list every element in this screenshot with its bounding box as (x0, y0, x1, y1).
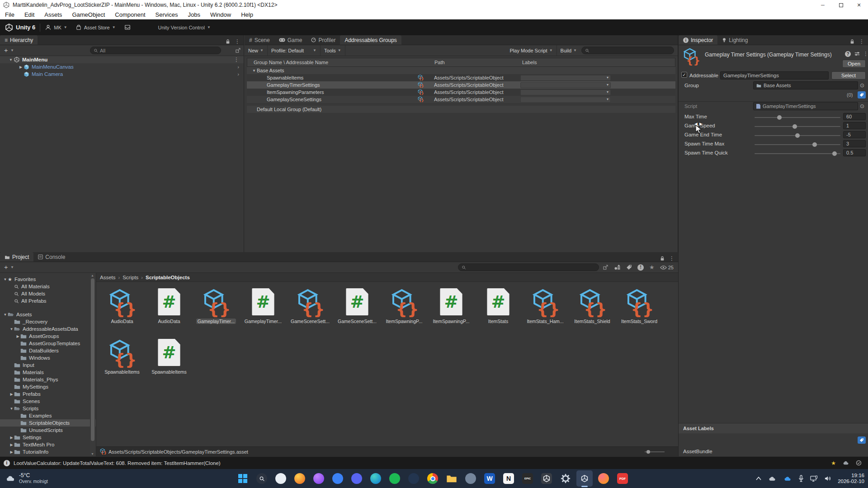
popout-icon[interactable] (603, 264, 609, 270)
tree-item-materials_phys[interactable]: Materials_Phys (0, 376, 96, 383)
asset-item[interactable]: # AudioData (146, 287, 193, 338)
menu-component[interactable]: Component (110, 10, 150, 19)
tree-item-addressableassetsdata[interactable]: ▼ AddressableAssetsData (0, 325, 96, 333)
taskbar-app-chrome[interactable] (425, 470, 441, 487)
hierarchy-row[interactable]: Main Camera› (0, 70, 244, 78)
property-value-field[interactable]: 0.5 (843, 149, 866, 156)
taskbar-app-mail-app[interactable] (330, 470, 346, 487)
property-value-field[interactable]: -5 (843, 131, 866, 138)
addressables-search[interactable] (581, 47, 674, 54)
close-button[interactable]: ✕ (850, 0, 868, 10)
taskbar-app-start[interactable] (235, 470, 251, 487)
onedrive-blue-icon[interactable] (783, 476, 792, 482)
menu-help[interactable]: Help (236, 10, 258, 19)
tree-item-textmesh pro[interactable]: ▶ TextMesh Pro (0, 441, 96, 448)
add-dropdown[interactable]: ▼ (10, 265, 14, 269)
bake-status-icon[interactable]: ★ (831, 460, 836, 466)
taskbar-app-epic-games[interactable]: EPIC (519, 470, 536, 487)
tree-item-unusedscripts[interactable]: UnusedScripts (0, 427, 96, 434)
tree-item-databuilders[interactable]: DataBuilders (0, 347, 96, 354)
asset-item[interactable]: {} GameSceneSett... (287, 287, 334, 338)
labels-dropdown[interactable] (520, 97, 611, 103)
breadcrumb-scriptableobjects[interactable]: ScriptableObjects (146, 275, 190, 280)
clock[interactable]: 19:16 2026-02-10 (838, 473, 864, 484)
account-menu[interactable]: MK▼ (45, 24, 67, 31)
component-menu-icon[interactable]: ⋮ (863, 51, 868, 57)
tree-item-tutorialinfo[interactable]: ▶ TutorialInfo (0, 448, 96, 455)
tree-item-assets[interactable]: ▼ Assets (0, 311, 96, 318)
taskbar-app-steam[interactable] (406, 470, 422, 487)
tree-scrollbar[interactable]: ▲ ▼ (90, 273, 95, 456)
property-slider[interactable] (755, 126, 840, 127)
lock-icon[interactable] (226, 39, 230, 44)
asset-item[interactable]: # ItemStats (475, 287, 522, 338)
help-icon[interactable]: ? (845, 51, 851, 57)
addressables-entry-row[interactable]: SpawnableItems {} Assets/Scripts/Scripta… (247, 74, 675, 81)
asset-item[interactable]: {} ItemSpawningP... (381, 287, 428, 338)
speaker-icon[interactable] (824, 475, 831, 482)
maximize-button[interactable] (832, 0, 850, 10)
panel-menu-icon[interactable]: ⋮ (235, 38, 240, 45)
taskbar-app-music-app[interactable] (311, 470, 327, 487)
select-button[interactable]: Select (831, 71, 866, 80)
tree-item-examples[interactable]: Examples (0, 412, 96, 419)
asset-item[interactable]: # SpawnableItems (146, 338, 193, 389)
tree-item-all prefabs[interactable]: All Prefabs (0, 297, 96, 305)
labels-tag-icon[interactable] (858, 91, 866, 99)
tab-inspector[interactable]: i Inspector (679, 35, 717, 45)
add-button[interactable]: ＋ (3, 263, 9, 272)
asset-store-menu[interactable]: Asset Store▼ (75, 24, 116, 31)
asset-item[interactable]: {} ItemStats_Shield (569, 287, 616, 338)
tree-item-assetgrouptemplates[interactable]: AssetGroupTemplates (0, 340, 96, 347)
menu-assets[interactable]: Assets (39, 10, 67, 19)
lock-icon[interactable] (660, 256, 665, 261)
addressables-group-row[interactable]: Default Local Group (Default) (247, 106, 675, 113)
object-picker-icon[interactable]: ⊙ (860, 82, 864, 89)
asset-item[interactable]: # ItemSpawningP... (428, 287, 475, 338)
build-menu[interactable]: Build▼ (557, 45, 580, 56)
icon-size-slider[interactable] (645, 451, 665, 452)
property-value-field[interactable]: 60 (843, 113, 866, 120)
menu-window[interactable]: Window (205, 10, 236, 19)
taskbar-app-notion[interactable]: N (500, 470, 517, 487)
addressable-name-field[interactable] (720, 71, 829, 80)
tree-item-settings[interactable]: ▶ Settings (0, 434, 96, 441)
taskbar-app-app-gray[interactable] (462, 470, 479, 487)
property-value-field[interactable]: 3 (843, 140, 866, 147)
type-filter-icon[interactable] (614, 264, 621, 270)
minimize-button[interactable]: ─ (814, 0, 832, 10)
tab-addressables-groups[interactable]: Addressables Groups (340, 35, 401, 45)
scene-menu-icon[interactable]: ⋮ (234, 56, 239, 63)
group-field[interactable]: Base Assets (753, 81, 858, 89)
taskbar-app-word[interactable]: W (481, 470, 498, 487)
taskbar-app-search[interactable] (254, 470, 270, 487)
hidden-count-icon[interactable]: ! (637, 264, 644, 271)
taskbar-app-settings[interactable] (557, 470, 574, 487)
weather-widget[interactable]: -5°C Overv. molnigt (5, 473, 48, 484)
profile-menu[interactable]: Profile: Default▼ (268, 45, 321, 56)
menu-edit[interactable]: Edit (19, 10, 39, 19)
new-menu[interactable]: New▼ (245, 45, 268, 56)
property-slider[interactable] (755, 117, 840, 118)
tree-item-_recovery[interactable]: _Recovery (0, 318, 96, 325)
addressables-entry-row[interactable]: GameplayTimerSettings {} Assets/Scripts/… (247, 81, 675, 89)
panel-menu-icon[interactable]: ⋮ (669, 255, 675, 262)
tab-game[interactable]: Game (274, 35, 307, 45)
property-slider[interactable] (755, 153, 840, 154)
addressables-entry-row[interactable]: GameplaySceneSettings {} Assets/Scripts/… (247, 96, 675, 103)
property-value-field[interactable]: 1 (843, 122, 866, 129)
property-slider[interactable] (755, 135, 840, 136)
property-slider[interactable] (755, 144, 840, 145)
tab-lighting[interactable]: Lighting (717, 35, 752, 45)
panel-menu-icon[interactable]: ⋮ (859, 38, 864, 45)
cloud-status-icon[interactable] (842, 460, 849, 465)
hierarchy-row[interactable]: ▶ MainMenuCanvas› (0, 63, 244, 70)
menu-file[interactable]: File (0, 10, 19, 19)
taskbar-app-file-explorer[interactable] (443, 470, 460, 487)
tree-item-scriptableobjects[interactable]: ScriptableObjects (0, 419, 96, 427)
tree-item-assetgroups[interactable]: ▶ AssetGroups (0, 333, 96, 340)
add-dropdown[interactable]: ▼ (10, 48, 14, 52)
lock-icon[interactable] (850, 39, 854, 44)
hierarchy-row[interactable]: ▼ MainMenu⋮ (0, 56, 244, 63)
tab-hierarchy[interactable]: ≡ Hierarchy (0, 35, 38, 45)
